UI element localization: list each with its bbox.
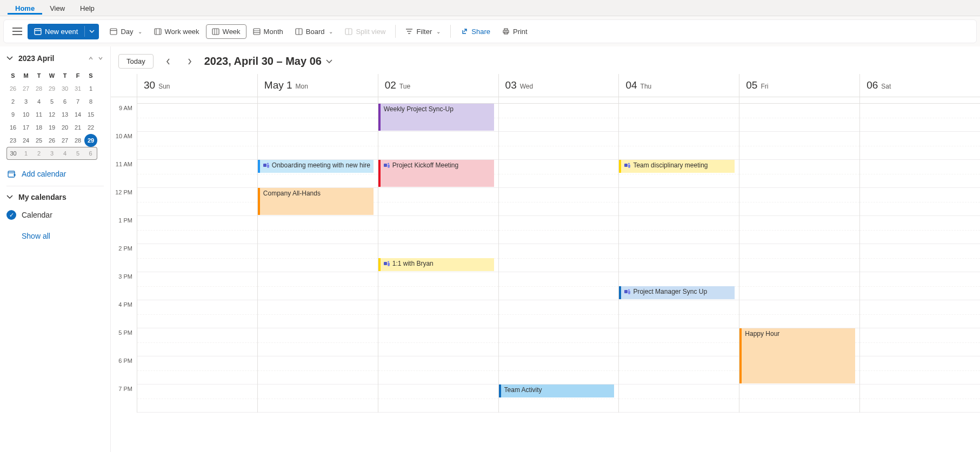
hour-slot[interactable] bbox=[137, 356, 257, 384]
day-header[interactable]: May 1Mon bbox=[257, 74, 378, 97]
hour-slot[interactable] bbox=[137, 328, 257, 356]
hour-slot[interactable] bbox=[860, 188, 980, 216]
hour-slot[interactable] bbox=[499, 188, 619, 216]
hour-slot[interactable] bbox=[499, 132, 619, 160]
hour-slot[interactable] bbox=[860, 104, 980, 132]
calendar-event[interactable]: Company All-Hands bbox=[258, 188, 374, 215]
day-column[interactable]: Weekly Project Sync-UpProject Kickoff Me… bbox=[378, 104, 498, 413]
hour-slot[interactable] bbox=[739, 384, 859, 413]
hour-slot[interactable] bbox=[499, 328, 619, 356]
hour-slot[interactable] bbox=[378, 356, 498, 384]
hour-slot[interactable] bbox=[137, 384, 257, 413]
hour-slot[interactable] bbox=[860, 160, 980, 188]
hour-slot[interactable] bbox=[499, 300, 619, 328]
hour-slot[interactable] bbox=[258, 300, 378, 328]
mini-day-cell[interactable]: 7 bbox=[71, 95, 84, 108]
mini-day-cell[interactable]: 30 bbox=[6, 147, 19, 160]
mini-day-cell[interactable]: 26 bbox=[6, 82, 19, 95]
hour-slot[interactable] bbox=[258, 244, 378, 272]
calendar-event[interactable]: Team disciplinary meeting bbox=[619, 160, 735, 173]
tab-home[interactable]: Home bbox=[8, 1, 42, 15]
print-button[interactable]: Print bbox=[497, 25, 533, 38]
hour-slot[interactable] bbox=[378, 384, 498, 413]
hour-slot[interactable] bbox=[137, 160, 257, 188]
mini-day-cell[interactable]: 31 bbox=[71, 82, 84, 95]
calendar-list-item[interactable]: Calendar bbox=[6, 208, 104, 222]
hour-slot[interactable] bbox=[137, 104, 257, 132]
hour-slot[interactable] bbox=[739, 160, 859, 188]
hour-slot[interactable] bbox=[378, 328, 498, 356]
view-board-button[interactable]: Board ⌄ bbox=[290, 25, 339, 38]
calendar-event[interactable]: Weekly Project Sync-Up bbox=[378, 104, 494, 131]
mini-day-cell[interactable]: 4 bbox=[32, 95, 45, 108]
hour-slot[interactable] bbox=[378, 188, 498, 216]
mini-day-cell[interactable]: 17 bbox=[19, 121, 32, 134]
mini-day-cell[interactable]: 21 bbox=[71, 121, 84, 134]
hour-slot[interactable] bbox=[860, 244, 980, 272]
calendar-grid[interactable]: 30SunMay 1Mon02Tue03Wed04Thu05Fri06Sat 9… bbox=[111, 74, 980, 452]
mini-day-cell[interactable]: 18 bbox=[32, 121, 45, 134]
view-month-button[interactable]: Month bbox=[248, 25, 289, 38]
mini-day-cell[interactable]: 24 bbox=[19, 134, 32, 147]
hour-slot[interactable] bbox=[258, 216, 378, 244]
mini-day-cell[interactable]: 14 bbox=[71, 108, 84, 121]
calendar-event[interactable]: 1:1 with Bryan bbox=[378, 258, 494, 271]
day-column[interactable]: Team disciplinary meetingProject Manager… bbox=[618, 104, 739, 413]
day-column[interactable]: Onboarding meeting with new hiresCompany… bbox=[257, 104, 378, 413]
hour-slot[interactable] bbox=[619, 384, 739, 413]
hour-slot[interactable] bbox=[499, 104, 619, 132]
hour-slot[interactable] bbox=[860, 132, 980, 160]
day-header[interactable]: 30Sun bbox=[137, 74, 257, 97]
mini-day-cell[interactable]: 26 bbox=[45, 134, 58, 147]
calendar-checkbox[interactable] bbox=[6, 210, 16, 220]
hour-slot[interactable] bbox=[860, 216, 980, 244]
hour-slot[interactable] bbox=[739, 300, 859, 328]
hour-slot[interactable] bbox=[619, 356, 739, 384]
mini-day-cell[interactable]: 3 bbox=[45, 147, 58, 160]
filter-button[interactable]: Filter ⌄ bbox=[400, 25, 446, 38]
hour-slot[interactable] bbox=[499, 356, 619, 384]
hour-slot[interactable] bbox=[378, 132, 498, 160]
mini-day-cell[interactable]: 29 bbox=[84, 134, 97, 147]
mini-day-cell[interactable]: 30 bbox=[58, 82, 71, 95]
hour-slot[interactable] bbox=[860, 300, 980, 328]
mini-day-cell[interactable]: 8 bbox=[84, 95, 97, 108]
mini-day-cell[interactable]: 3 bbox=[19, 95, 32, 108]
mini-day-cell[interactable]: 10 bbox=[19, 108, 32, 121]
hour-slot[interactable] bbox=[378, 272, 498, 300]
hamburger-icon[interactable] bbox=[8, 24, 26, 38]
mini-day-cell[interactable]: 5 bbox=[71, 147, 84, 160]
day-header[interactable]: 05Fri bbox=[739, 74, 859, 97]
hour-slot[interactable] bbox=[137, 272, 257, 300]
hour-slot[interactable] bbox=[258, 356, 378, 384]
hour-slot[interactable] bbox=[137, 216, 257, 244]
hour-slot[interactable] bbox=[739, 132, 859, 160]
view-workweek-button[interactable]: Work week bbox=[149, 25, 205, 38]
date-range-dropdown[interactable]: 2023, April 30 – May 06 bbox=[204, 55, 332, 68]
hour-slot[interactable] bbox=[739, 104, 859, 132]
share-button[interactable]: Share bbox=[455, 25, 496, 38]
hour-slot[interactable] bbox=[739, 188, 859, 216]
hour-slot[interactable] bbox=[137, 300, 257, 328]
hour-slot[interactable] bbox=[619, 300, 739, 328]
mini-day-cell[interactable]: 27 bbox=[58, 134, 71, 147]
show-all-button[interactable]: Show all bbox=[6, 232, 104, 240]
tab-view[interactable]: View bbox=[42, 1, 72, 15]
hour-slot[interactable] bbox=[860, 356, 980, 384]
hour-slot[interactable] bbox=[499, 160, 619, 188]
view-day-button[interactable]: Day ⌄ bbox=[104, 25, 147, 38]
mini-day-cell[interactable]: 2 bbox=[32, 147, 45, 160]
mini-day-cell[interactable]: 12 bbox=[45, 108, 58, 121]
calendar-event[interactable]: Team Activity bbox=[499, 384, 615, 397]
mini-day-cell[interactable]: 11 bbox=[32, 108, 45, 121]
mini-day-cell[interactable]: 13 bbox=[58, 108, 71, 121]
day-header[interactable]: 04Thu bbox=[618, 74, 739, 97]
hour-slot[interactable] bbox=[739, 244, 859, 272]
hour-slot[interactable] bbox=[860, 384, 980, 413]
hour-slot[interactable] bbox=[258, 132, 378, 160]
hour-slot[interactable] bbox=[619, 132, 739, 160]
hour-slot[interactable] bbox=[378, 216, 498, 244]
mini-day-cell[interactable]: 19 bbox=[45, 121, 58, 134]
add-calendar-button[interactable]: Add calendar bbox=[6, 170, 104, 178]
calendar-event[interactable]: Project Manager Sync Up bbox=[619, 286, 735, 299]
